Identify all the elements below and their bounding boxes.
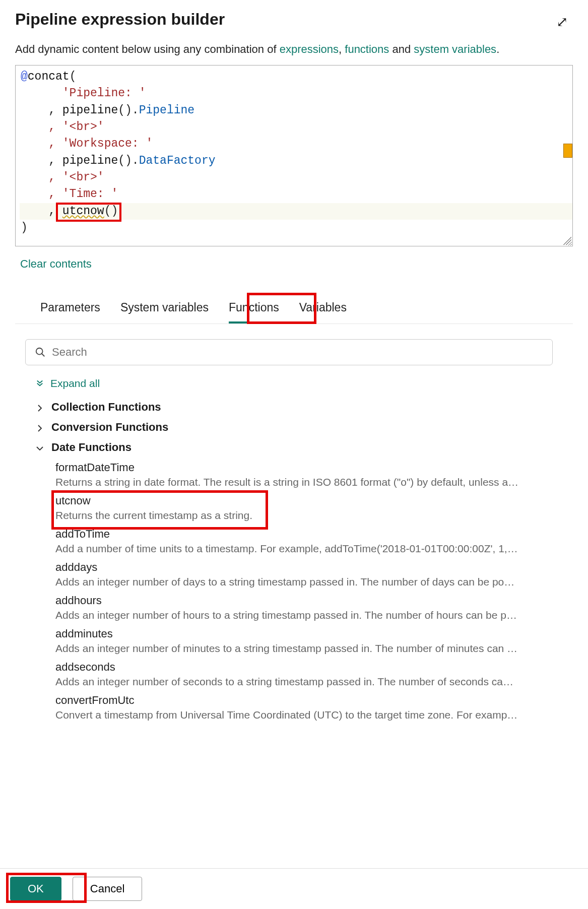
functions-link[interactable]: functions <box>345 43 389 55</box>
function-name: addhours <box>55 594 558 607</box>
svg-line-1 <box>42 354 45 357</box>
tab-variables[interactable]: Variables <box>299 301 347 323</box>
category-conversion[interactable]: Conversion Functions <box>35 421 563 434</box>
function-desc: Add a number of time units to a timestam… <box>55 543 519 555</box>
expression-editor[interactable]: @concat( 'Pipeline: ' , pipeline().Pipel… <box>15 65 573 246</box>
function-name: addminutes <box>55 627 558 640</box>
function-desc: Returns a string in date format. The res… <box>55 476 519 488</box>
function-desc: Returns the current timestamp as a strin… <box>55 509 519 522</box>
clear-contents-link[interactable]: Clear contents <box>20 257 92 271</box>
function-convertFromUtc[interactable]: convertFromUtc Convert a timestamp from … <box>55 694 563 721</box>
function-addhours[interactable]: addhours Adds an integer number of hours… <box>55 594 563 621</box>
main-scroll[interactable]: Pipeline expression builder ⤢ Add dynami… <box>0 0 588 852</box>
svg-point-0 <box>36 348 43 355</box>
search-icon <box>35 347 46 358</box>
category-label: Collection Functions <box>51 401 161 414</box>
function-addseconds[interactable]: addseconds Adds an integer number of sec… <box>55 661 563 688</box>
function-name: addseconds <box>55 661 558 674</box>
functions-panel-scroll[interactable]: Expand all Collection Functions Conversi… <box>15 334 573 838</box>
chevron-right-icon <box>35 403 44 412</box>
function-name: convertFromUtc <box>55 694 558 707</box>
expand-all-label: Expand all <box>50 377 100 389</box>
expressions-link[interactable]: expressions <box>280 43 339 55</box>
chevrons-down-icon <box>35 378 44 389</box>
function-desc: Adds an integer number of days to a stri… <box>55 576 519 588</box>
editor-warning-marker <box>563 144 572 158</box>
subtitle: Add dynamic content below using any comb… <box>15 43 573 56</box>
expand-icon[interactable]: ⤢ <box>556 14 568 30</box>
category-label: Conversion Functions <box>51 421 168 434</box>
category-collection[interactable]: Collection Functions <box>35 401 563 414</box>
search-input[interactable] <box>52 346 543 359</box>
category-date[interactable]: Date Functions <box>35 441 563 454</box>
page-title: Pipeline expression builder <box>15 10 225 29</box>
cancel-button[interactable]: Cancel <box>73 877 142 901</box>
subtitle-text: Add dynamic content below using any comb… <box>15 43 280 55</box>
system-variables-link[interactable]: system variables <box>414 43 496 55</box>
chevron-down-icon <box>35 443 44 452</box>
function-desc: Convert a timestamp from Universal Time … <box>55 709 519 721</box>
function-adddays[interactable]: adddays Adds an integer number of days t… <box>55 561 563 588</box>
function-name: addToTime <box>55 528 558 541</box>
function-name: utcnow <box>55 494 558 507</box>
function-name: formatDateTime <box>55 461 558 474</box>
function-utcnow[interactable]: utcnow Returns the current timestamp as … <box>55 494 563 522</box>
function-desc: Adds an integer number of hours to a str… <box>55 609 519 621</box>
function-formatDateTime[interactable]: formatDateTime Returns a string in date … <box>55 461 563 488</box>
ok-button[interactable]: OK <box>10 877 61 901</box>
expand-all-link[interactable]: Expand all <box>35 377 563 389</box>
category-label: Date Functions <box>51 441 132 454</box>
search-box[interactable] <box>25 339 553 365</box>
tabs: Parameters System variables Functions Va… <box>15 301 573 324</box>
chevron-right-icon <box>35 423 44 432</box>
tab-parameters[interactable]: Parameters <box>40 301 100 323</box>
function-name: adddays <box>55 561 558 574</box>
function-desc: Adds an integer number of minutes to a s… <box>55 642 519 655</box>
footer: OK Cancel <box>0 868 588 909</box>
function-addToTime[interactable]: addToTime Add a number of time units to … <box>55 528 563 555</box>
tab-system-variables[interactable]: System variables <box>120 301 209 323</box>
resize-handle-icon[interactable] <box>563 237 571 245</box>
function-addminutes[interactable]: addminutes Adds an integer number of min… <box>55 627 563 655</box>
tab-functions[interactable]: Functions <box>229 301 279 323</box>
function-desc: Adds an integer number of seconds to a s… <box>55 676 519 688</box>
